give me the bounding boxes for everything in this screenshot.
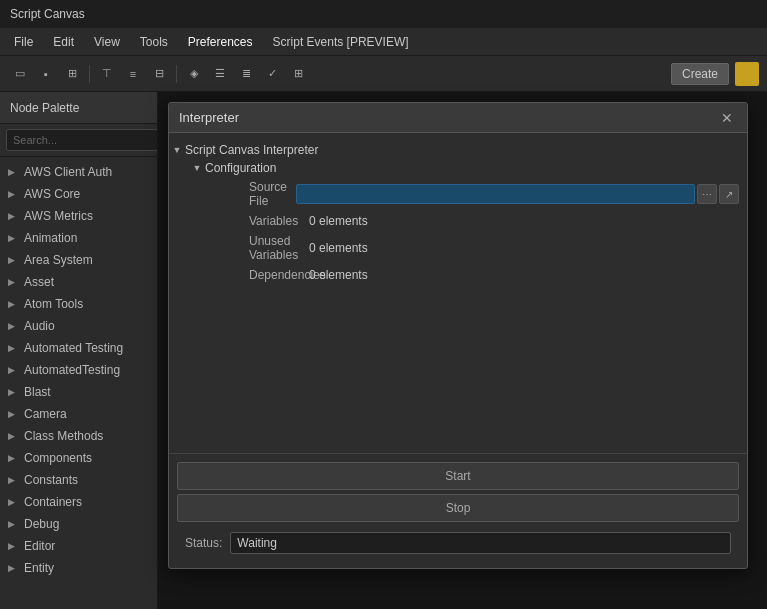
menu-tools[interactable]: Tools <box>132 32 176 52</box>
node-label: Entity <box>24 561 54 575</box>
node-list-item[interactable]: ▶AWS Core <box>0 183 157 205</box>
prop-source-file-label: Source File <box>169 180 296 208</box>
tree-root-label: Script Canvas Interpreter <box>185 143 318 157</box>
node-list-item[interactable]: ▶Editor <box>0 535 157 557</box>
node-list-item[interactable]: ▶Entity <box>0 557 157 579</box>
toolbar-grid-btn[interactable]: ⊞ <box>60 62 84 86</box>
node-label: Audio <box>24 319 55 333</box>
tree-child1-arrow[interactable]: ▼ <box>189 163 205 173</box>
node-label: AWS Core <box>24 187 80 201</box>
node-arrow: ▶ <box>8 299 18 309</box>
node-list-item[interactable]: ▶Automated Testing <box>0 337 157 359</box>
modal-overlay: Interpreter ✕ ▼ Script Canvas Interprete… <box>158 92 767 609</box>
node-list-item[interactable]: ▶Asset <box>0 271 157 293</box>
node-list-item[interactable]: ▶Blast <box>0 381 157 403</box>
node-list-item[interactable]: ▶Camera <box>0 403 157 425</box>
menu-script-events[interactable]: Script Events [PREVIEW] <box>265 32 417 52</box>
stop-button[interactable]: Stop <box>177 494 739 522</box>
prop-variables: Variables 0 elements <box>169 211 747 231</box>
node-arrow: ▶ <box>8 343 18 353</box>
node-list-item[interactable]: ▶Atom Tools <box>0 293 157 315</box>
node-list-item[interactable]: ▶AWS Client Auth <box>0 161 157 183</box>
node-arrow: ▶ <box>8 255 18 265</box>
node-arrow: ▶ <box>8 431 18 441</box>
toolbar-sep1 <box>89 65 90 83</box>
prop-variables-value: 0 elements <box>309 214 368 228</box>
node-label: Asset <box>24 275 54 289</box>
node-arrow: ▶ <box>8 233 18 243</box>
toolbar-align-mid-btn[interactable]: ≡ <box>121 62 145 86</box>
menu-view[interactable]: View <box>86 32 128 52</box>
node-arrow: ▶ <box>8 519 18 529</box>
status-label: Status: <box>185 536 222 550</box>
node-list-item[interactable]: ▶Constants <box>0 469 157 491</box>
toolbar-object-btn[interactable]: ◈ <box>182 62 206 86</box>
node-label: Components <box>24 451 92 465</box>
node-list-item[interactable]: ▶Class Methods <box>0 425 157 447</box>
node-list-item[interactable]: ▶Area System <box>0 249 157 271</box>
node-list-item[interactable]: ▶AutomatedTesting <box>0 359 157 381</box>
node-arrow: ▶ <box>8 541 18 551</box>
create-icon-button[interactable] <box>735 62 759 86</box>
toolbar-grid2-btn[interactable]: ⊞ <box>286 62 310 86</box>
source-file-input[interactable] <box>296 184 695 204</box>
node-label: Atom Tools <box>24 297 83 311</box>
prop-dependencies-label: Dependencies <box>169 268 309 282</box>
tree-root-arrow[interactable]: ▼ <box>169 145 185 155</box>
prop-source-file-input-row: ⋯ ↗ <box>296 184 739 204</box>
toolbar-list-btn[interactable]: ☰ <box>208 62 232 86</box>
interpreter-dialog: Interpreter ✕ ▼ Script Canvas Interprete… <box>168 102 748 569</box>
dialog-title-bar: Interpreter ✕ <box>169 103 747 133</box>
node-list-item[interactable]: ▶Debug <box>0 513 157 535</box>
left-panel: Node Palette + ▶AWS Client Auth▶AWS Core… <box>0 92 158 609</box>
dialog-close-button[interactable]: ✕ <box>717 108 737 128</box>
menu-file[interactable]: File <box>6 32 41 52</box>
tree-child1-label: Configuration <box>205 161 276 175</box>
toolbar-align-space-btn[interactable]: ⊟ <box>147 62 171 86</box>
tree-child1: ▼ Configuration <box>169 159 747 177</box>
toolbar-node-rect-btn[interactable]: ▭ <box>8 62 32 86</box>
node-label: Editor <box>24 539 55 553</box>
node-list-item[interactable]: ▶Audio <box>0 315 157 337</box>
start-button[interactable]: Start <box>177 462 739 490</box>
node-list-item[interactable]: ▶Containers <box>0 491 157 513</box>
prop-unused-variables-value: 0 elements <box>309 241 368 255</box>
node-list-item[interactable]: ▶AWS Metrics <box>0 205 157 227</box>
source-file-open-btn[interactable]: ↗ <box>719 184 739 204</box>
toolbar-left: ▭ ▪ ⊞ ⊤ ≡ ⊟ ◈ ☰ ≣ ✓ ⊞ <box>8 62 310 86</box>
node-arrow: ▶ <box>8 211 18 221</box>
prop-unused-variables: Unused Variables 0 elements <box>169 231 747 265</box>
node-arrow: ▶ <box>8 321 18 331</box>
toolbar-align-top-btn[interactable]: ⊤ <box>95 62 119 86</box>
node-list-item[interactable]: ▶Components <box>0 447 157 469</box>
menu-preferences[interactable]: Preferences <box>180 32 261 52</box>
status-input <box>230 532 731 554</box>
node-label: AutomatedTesting <box>24 363 120 377</box>
node-label: AWS Client Auth <box>24 165 112 179</box>
toolbar-node-sq-btn[interactable]: ▪ <box>34 62 58 86</box>
toolbar: ▭ ▪ ⊞ ⊤ ≡ ⊟ ◈ ☰ ≣ ✓ ⊞ Create <box>0 56 767 92</box>
source-file-browse-btn[interactable]: ⋯ <box>697 184 717 204</box>
node-label: Blast <box>24 385 51 399</box>
toolbar-check-btn[interactable]: ✓ <box>260 62 284 86</box>
app-title: Script Canvas <box>10 7 85 21</box>
status-row: Status: <box>177 526 739 560</box>
node-palette-title: Node Palette <box>10 101 79 115</box>
canvas-area: Interpreter ✕ ▼ Script Canvas Interprete… <box>158 92 767 609</box>
node-label: Debug <box>24 517 59 531</box>
node-arrow: ▶ <box>8 563 18 573</box>
create-button[interactable]: Create <box>671 63 729 85</box>
node-arrow: ▶ <box>8 497 18 507</box>
menu-edit[interactable]: Edit <box>45 32 82 52</box>
toolbar-list2-btn[interactable]: ≣ <box>234 62 258 86</box>
search-row: + <box>0 124 157 157</box>
node-list-item[interactable]: ▶Animation <box>0 227 157 249</box>
node-label: Containers <box>24 495 82 509</box>
node-label: AWS Metrics <box>24 209 93 223</box>
node-arrow: ▶ <box>8 365 18 375</box>
node-arrow: ▶ <box>8 277 18 287</box>
dialog-body: ▼ Script Canvas Interpreter ▼ Configurat… <box>169 133 747 453</box>
toolbar-sep2 <box>176 65 177 83</box>
node-arrow: ▶ <box>8 475 18 485</box>
search-input[interactable] <box>6 129 158 151</box>
